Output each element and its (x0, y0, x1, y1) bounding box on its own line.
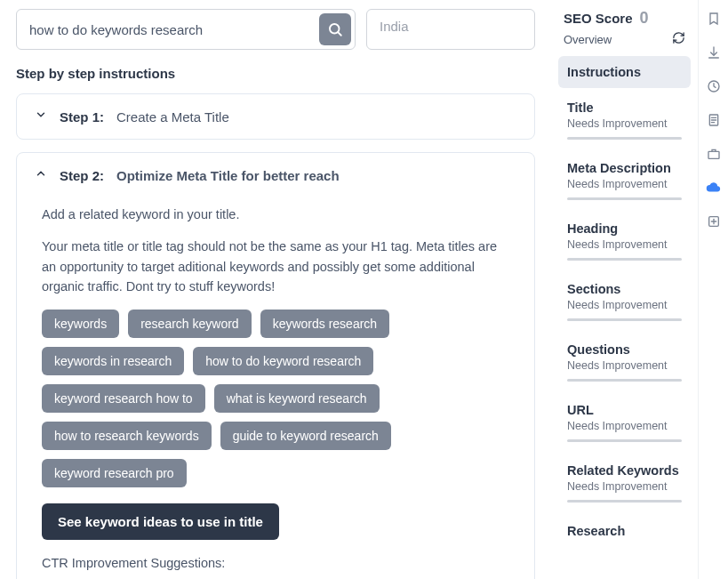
sidebar-item-status: Needs Improvement (567, 480, 682, 493)
keyword-chip[interactable]: keyword research how to (42, 384, 205, 413)
chevron-down-icon (35, 109, 47, 125)
document-button[interactable] (706, 112, 722, 128)
progress-bar (567, 379, 682, 382)
briefcase-icon (707, 147, 721, 161)
right-rail (698, 0, 728, 579)
step-2-accordion: Step 2: Optimize Meta Title for better r… (16, 152, 535, 579)
progress-bar (567, 500, 682, 503)
step-1-header[interactable]: Step 1: Create a Meta Title (17, 94, 534, 139)
keyword-chip[interactable]: keywords in research (42, 347, 184, 375)
progress-bar (567, 258, 682, 261)
sidebar-item-title-section[interactable]: Title Needs Improvement (558, 92, 691, 149)
sidebar-item-title: Meta Description (567, 161, 682, 175)
sidebar-item-title: Research (567, 524, 682, 538)
country-input[interactable] (380, 19, 522, 34)
cloud-button[interactable] (706, 180, 722, 196)
country-select-wrap[interactable] (366, 9, 535, 50)
sidebar-item-url[interactable]: URL Needs Improvement (558, 394, 691, 451)
keyword-chip[interactable]: research keyword (128, 310, 252, 338)
bookmark-icon (707, 12, 721, 26)
sidebar-item-status: Needs Improvement (567, 178, 682, 190)
step-2-body: Add a related keyword in your title. You… (17, 205, 534, 579)
document-icon (707, 113, 721, 127)
chevron-up-icon (35, 167, 47, 183)
sidebar-item-sections[interactable]: Sections Needs Improvement (558, 273, 691, 330)
sidebar-item-title: Heading (567, 221, 682, 236)
search-row (16, 9, 535, 50)
sidebar-item-title: URL (567, 403, 682, 417)
sidebar-item-status: Needs Improvement (567, 420, 682, 432)
progress-bar (567, 318, 682, 321)
main-panel: Step by step instructions Step 1: Create… (0, 0, 551, 579)
overview-label: Overview (564, 33, 612, 46)
download-button[interactable] (706, 44, 722, 60)
keyword-chip[interactable]: keyword research pro (42, 459, 187, 487)
seo-score-row: SEO Score 0 (558, 9, 691, 28)
keyword-chip[interactable]: guide to keyword research (220, 422, 391, 450)
bookmark-button[interactable] (706, 11, 722, 27)
sidebar-item-research[interactable]: Research (558, 515, 691, 547)
sidebar-item-instructions[interactable]: Instructions (558, 56, 691, 88)
sidebar-item-title: Questions (567, 342, 682, 357)
sidebar-item-status: Needs Improvement (567, 117, 682, 130)
step-2-para-2: Your meta title or title tag should not … (42, 237, 509, 296)
refresh-button[interactable] (672, 31, 685, 47)
see-keyword-ideas-button[interactable]: See keyword ideas to use in title (42, 503, 279, 540)
download-icon (707, 45, 721, 60)
seo-score-value: 0 (640, 9, 649, 28)
step-1-title: Create a Meta Title (116, 109, 229, 125)
plus-square-icon (707, 214, 721, 229)
step-2-label: Step 2: (60, 168, 104, 183)
keyword-chip[interactable]: what is keyword research (214, 384, 380, 413)
clock-icon (707, 79, 721, 93)
sidebar-item-status: Needs Improvement (567, 299, 682, 311)
step-2-title: Optimize Meta Title for better reach (116, 168, 340, 183)
keyword-chips: keywords research keyword keywords resea… (42, 310, 509, 487)
seo-sidebar: SEO Score 0 Overview Instructions Title … (551, 0, 698, 579)
add-button[interactable] (706, 213, 722, 229)
step-1-accordion: Step 1: Create a Meta Title (16, 93, 535, 140)
history-button[interactable] (706, 78, 722, 94)
seo-score-label: SEO Score (564, 11, 633, 26)
progress-bar (567, 439, 682, 442)
svg-rect-7 (708, 151, 719, 158)
progress-bar (567, 197, 682, 200)
sidebar-item-heading[interactable]: Heading Needs Improvement (558, 213, 691, 269)
step-2-header[interactable]: Step 2: Optimize Meta Title for better r… (17, 153, 534, 197)
keyword-chip[interactable]: keywords (42, 310, 119, 338)
briefcase-button[interactable] (706, 146, 722, 162)
svg-line-1 (338, 32, 340, 35)
sidebar-item-status: Needs Improvement (567, 238, 682, 251)
keyword-chip[interactable]: how to do keyword research (193, 347, 373, 375)
search-icon (327, 21, 343, 37)
progress-bar (567, 137, 682, 140)
sidebar-item-questions[interactable]: Questions Needs Improvement (558, 334, 691, 390)
step-2-para-1: Add a related keyword in your title. (42, 205, 509, 224)
keyword-chip[interactable]: how to research keywords (42, 422, 212, 450)
instructions-heading: Step by step instructions (16, 66, 535, 81)
search-button[interactable] (319, 13, 351, 45)
sidebar-item-status: Needs Improvement (567, 359, 682, 372)
sidebar-item-meta-description[interactable]: Meta Description Needs Improvement (558, 152, 691, 209)
sidebar-item-related-keywords[interactable]: Related Keywords Needs Improvement (558, 454, 691, 511)
keyword-search-input[interactable] (29, 22, 319, 37)
sidebar-item-title: Sections (567, 282, 682, 296)
cloud-icon (706, 180, 722, 196)
overview-row: Overview (558, 28, 691, 56)
refresh-icon (672, 31, 685, 44)
sidebar-item-title: Title (567, 101, 682, 115)
keyword-chip[interactable]: keywords research (260, 310, 390, 338)
keyword-search-wrap (16, 9, 356, 50)
ctr-subheading: CTR Improvement Suggestions: (42, 556, 509, 570)
sidebar-item-title: Instructions (567, 65, 682, 79)
sidebar-item-title: Related Keywords (567, 463, 682, 478)
step-1-label: Step 1: (60, 109, 104, 125)
